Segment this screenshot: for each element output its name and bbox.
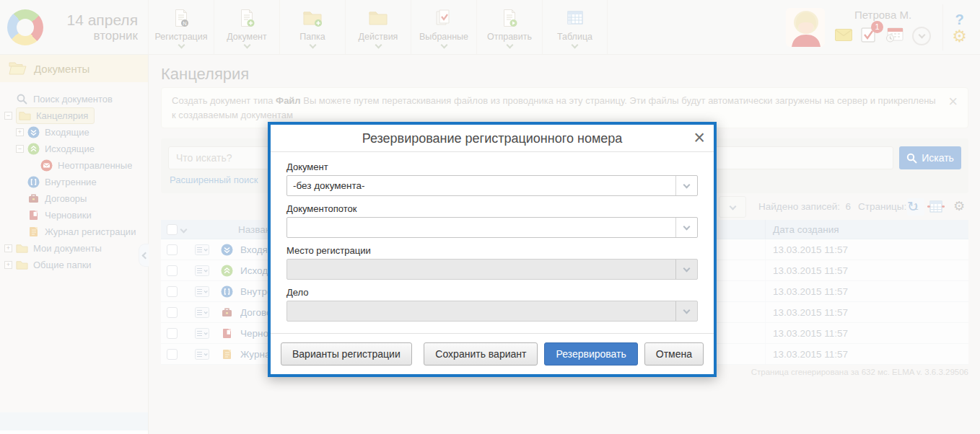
save-variant-button[interactable]: Сохранить вариант xyxy=(424,342,538,366)
reserve-button[interactable]: Резервировать xyxy=(544,342,637,366)
documentflow-select[interactable] xyxy=(286,217,698,238)
modal-close-icon[interactable]: × xyxy=(694,125,705,151)
field-label: Дело xyxy=(286,287,698,298)
select-value xyxy=(287,260,675,279)
registration-variants-button[interactable]: Варианты регистрации xyxy=(281,342,412,366)
field-label: Место регистрации xyxy=(286,245,698,256)
modal-body: Документ -без документа- Документопоток … xyxy=(271,152,714,333)
reservation-modal: Резервирование регистрационного номера ×… xyxy=(268,122,717,377)
select-value xyxy=(287,218,675,237)
modal-title: Резервирование регистрационного номера xyxy=(271,125,714,152)
field-case: Дело xyxy=(286,287,698,322)
chevron-down-icon xyxy=(675,301,697,321)
field-label: Документопоток xyxy=(286,203,698,214)
modal-footer: Варианты регистрации Сохранить вариант Р… xyxy=(271,333,714,374)
chevron-down-icon xyxy=(675,260,697,279)
chevron-down-icon[interactable] xyxy=(675,176,697,195)
chevron-down-icon[interactable] xyxy=(675,218,697,237)
registration-place-select xyxy=(286,259,698,280)
case-select xyxy=(286,301,698,322)
field-documentflow: Документопоток xyxy=(286,203,698,238)
cancel-button[interactable]: Отмена xyxy=(644,342,704,366)
document-select[interactable]: -без документа- xyxy=(286,175,698,196)
select-value: -без документа- xyxy=(287,176,675,195)
select-value xyxy=(287,301,675,321)
field-document: Документ -без документа- xyxy=(286,161,698,196)
field-label: Документ xyxy=(286,161,698,172)
field-registration-place: Место регистрации xyxy=(286,245,698,280)
